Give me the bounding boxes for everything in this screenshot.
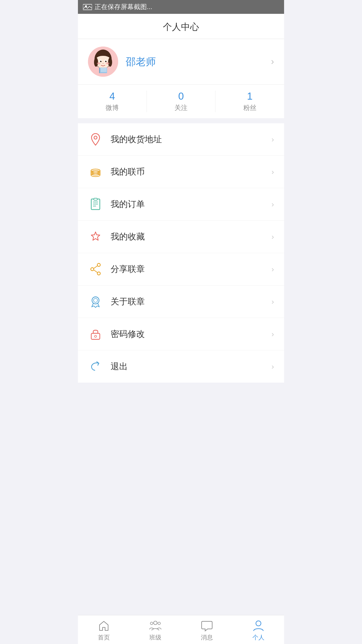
about-icon xyxy=(88,294,103,309)
avatar xyxy=(88,47,118,77)
svg-point-42 xyxy=(256,621,261,626)
orders-label: 我的订单 xyxy=(111,198,272,210)
profile-section: 邵老师 › 4 微博 0 关注 1 粉丝 xyxy=(78,39,284,118)
page-header: 个人中心 xyxy=(78,14,284,39)
share-chevron-icon: › xyxy=(272,265,274,273)
follow-count: 0 xyxy=(147,91,215,102)
svg-point-38 xyxy=(95,335,97,337)
gray-area xyxy=(78,383,284,428)
menu-item-address[interactable]: 我的收货地址 › xyxy=(78,123,284,156)
nav-class-label: 班级 xyxy=(149,633,161,641)
menu-section: 我的收货地址 › 我的联币 › xyxy=(78,123,284,383)
stat-follow[interactable]: 0 关注 xyxy=(147,91,216,112)
image-icon xyxy=(83,4,92,10)
svg-point-5 xyxy=(94,58,98,67)
class-icon xyxy=(149,619,162,632)
svg-point-31 xyxy=(91,268,94,271)
share-icon xyxy=(88,262,103,277)
nav-profile-label: 个人 xyxy=(252,633,264,641)
svg-rect-29 xyxy=(94,198,97,200)
profile-row[interactable]: 邵老师 › xyxy=(78,39,284,84)
svg-point-6 xyxy=(108,58,112,67)
status-bar: 正在保存屏幕截图... xyxy=(78,0,284,14)
fans-count: 1 xyxy=(215,91,284,102)
weibo-count: 4 xyxy=(78,91,147,102)
stat-weibo[interactable]: 4 微博 xyxy=(78,91,147,112)
status-bar-text: 正在保存屏幕截图... xyxy=(95,3,152,11)
svg-line-34 xyxy=(94,270,97,272)
address-label: 我的收货地址 xyxy=(111,134,272,145)
password-label: 密码修改 xyxy=(111,328,272,340)
stats-row: 4 微博 0 关注 1 粉丝 xyxy=(78,84,284,118)
svg-point-13 xyxy=(97,62,100,64)
nav-message[interactable]: 消息 xyxy=(181,619,233,641)
logout-chevron-icon: › xyxy=(272,362,274,371)
about-chevron-icon: › xyxy=(272,297,274,306)
about-label: 关于联章 xyxy=(111,296,272,307)
profile-chevron-icon: › xyxy=(271,56,274,67)
bottom-nav: 首页 班级 消息 xyxy=(78,615,284,644)
orders-icon xyxy=(88,197,103,212)
menu-item-password[interactable]: 密码修改 › xyxy=(78,318,284,350)
nav-class[interactable]: 班级 xyxy=(129,619,181,641)
nav-home-label: 首页 xyxy=(98,633,110,641)
menu-item-logout[interactable]: 退出 › xyxy=(78,350,284,383)
coins-chevron-icon: › xyxy=(272,168,274,176)
svg-rect-37 xyxy=(91,333,100,339)
svg-point-40 xyxy=(150,622,153,625)
svg-rect-16 xyxy=(99,68,100,73)
svg-point-41 xyxy=(158,622,160,625)
logout-label: 退出 xyxy=(111,361,272,372)
svg-point-20 xyxy=(94,136,97,139)
svg-point-32 xyxy=(97,272,100,275)
coins-label: 我的联币 xyxy=(111,166,272,178)
page-title: 个人中心 xyxy=(163,22,199,32)
orders-chevron-icon: › xyxy=(272,200,274,209)
message-icon xyxy=(201,619,213,632)
password-icon xyxy=(88,327,103,342)
share-label: 分享联章 xyxy=(111,263,272,275)
fans-label: 粉丝 xyxy=(215,103,284,112)
svg-point-36 xyxy=(94,298,98,302)
menu-item-share[interactable]: 分享联章 › xyxy=(78,253,284,286)
svg-point-11 xyxy=(101,61,101,61)
profile-nav-icon xyxy=(252,619,265,632)
svg-point-39 xyxy=(154,621,157,625)
svg-point-12 xyxy=(106,61,106,61)
stat-fans[interactable]: 1 粉丝 xyxy=(215,91,284,112)
favorites-label: 我的收藏 xyxy=(111,231,272,243)
menu-item-about[interactable]: 关于联章 › xyxy=(78,286,284,318)
svg-point-14 xyxy=(106,62,109,64)
bottom-spacer xyxy=(78,428,284,458)
favorites-chevron-icon: › xyxy=(272,232,274,241)
svg-point-30 xyxy=(97,263,100,266)
password-chevron-icon: › xyxy=(272,330,274,338)
svg-point-10 xyxy=(105,61,107,62)
address-chevron-icon: › xyxy=(272,135,274,144)
logout-icon xyxy=(88,359,103,374)
username: 邵老师 xyxy=(126,55,271,69)
menu-item-favorites[interactable]: 我的收藏 › xyxy=(78,221,284,253)
follow-label: 关注 xyxy=(147,103,215,112)
nav-profile[interactable]: 个人 xyxy=(233,619,284,641)
svg-line-33 xyxy=(94,266,97,268)
svg-point-9 xyxy=(100,61,102,62)
home-icon xyxy=(98,619,110,632)
nav-home[interactable]: 首页 xyxy=(78,619,129,641)
address-icon xyxy=(88,132,103,147)
menu-item-orders[interactable]: 我的订单 › xyxy=(78,188,284,221)
nav-message-label: 消息 xyxy=(201,633,213,641)
coins-icon xyxy=(88,164,103,179)
svg-point-35 xyxy=(92,297,99,304)
menu-item-coins[interactable]: 我的联币 › xyxy=(78,156,284,188)
weibo-label: 微博 xyxy=(78,103,147,112)
favorites-icon xyxy=(88,229,103,244)
